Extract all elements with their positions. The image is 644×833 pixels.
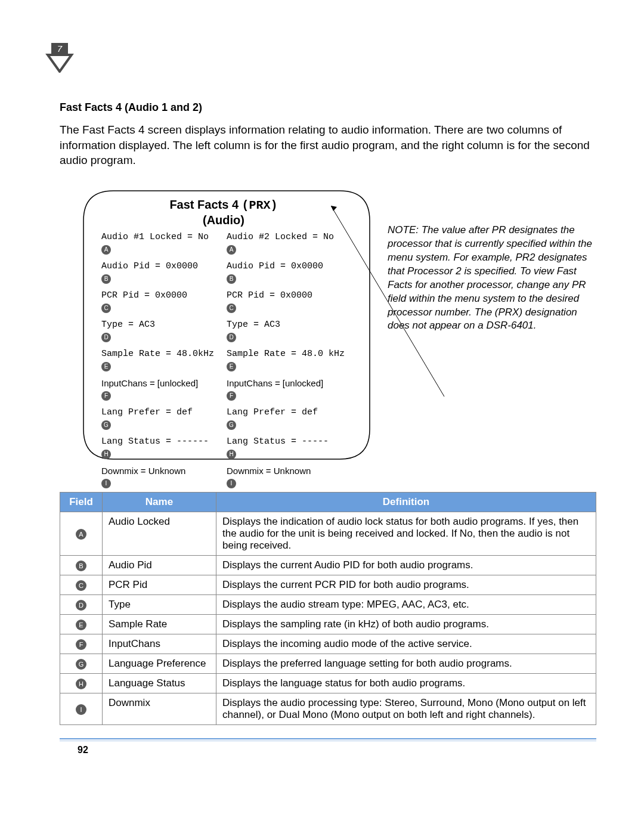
table-row: C PCR Pid Displays the current PCR PID f… — [60, 575, 596, 594]
section-title: Fast Facts 4 (Audio 1 and 2) — [60, 101, 596, 114]
audio1-sample: Sample Rate = 48.0kHz — [101, 349, 221, 359]
audio1-type: Type = AC3 — [101, 320, 221, 330]
audio1-pcr: PCR Pid = 0x0000 — [101, 290, 221, 301]
audio2-sample: Sample Rate = 48.0 kHz — [227, 349, 346, 359]
table-row: I Downmix Displays the audio processing … — [60, 693, 596, 724]
cell-marker: I — [76, 704, 86, 715]
row-name: Language Status — [103, 673, 216, 693]
marker-h: H — [101, 450, 111, 459]
table-row: F InputChans Displays the incoming audio… — [60, 634, 596, 654]
row-name: Downmix — [103, 693, 216, 724]
marker-g2: G — [227, 420, 236, 430]
audio2-langstat: Lang Status = ----- — [227, 436, 346, 447]
cell-marker: G — [76, 659, 86, 670]
audio2-locked: Audio #2 Locked = No — [227, 232, 346, 242]
audio2-type: Type = AC3 — [227, 320, 346, 330]
row-def: Displays the audio processing type: Ster… — [216, 693, 596, 724]
footer-rule — [60, 738, 596, 741]
row-name: PCR Pid — [103, 575, 216, 594]
th-def: Definition — [216, 492, 596, 512]
audio1-langpref: Lang Prefer = def — [101, 407, 221, 417]
audio-column-2: Audio #2 Locked = No A Audio Pid = 0x000… — [227, 232, 346, 495]
cell-marker: D — [76, 600, 86, 611]
table-row: D Type Displays the audio stream type: M… — [60, 594, 596, 614]
cell-marker: B — [76, 561, 86, 571]
page-number: 92 — [78, 745, 596, 755]
row-def: Displays the current PCR PID for both au… — [216, 575, 596, 594]
audio2-pid: Audio Pid = 0x0000 — [227, 261, 346, 271]
row-name: Audio Locked — [103, 512, 216, 555]
screen-inner: Fast Facts 4 (PRX) (Audio) Audio #1 Lock… — [101, 198, 346, 447]
row-name: Audio Pid — [103, 555, 216, 575]
marker-g: G — [101, 420, 111, 430]
table-row: E Sample Rate Displays the sampling rate… — [60, 614, 596, 634]
th-field: Field — [60, 492, 103, 512]
row-name: Type — [103, 594, 216, 614]
cell-marker: H — [76, 679, 86, 689]
marker-b: B — [101, 274, 111, 284]
cell-marker: E — [76, 620, 86, 630]
marker-d: D — [101, 333, 111, 342]
screen-columns: Audio #1 Locked = No A Audio Pid = 0x000… — [101, 232, 346, 495]
audio1-langstat: Lang Status = ------ — [101, 436, 221, 447]
cell-marker: F — [76, 639, 86, 650]
table-row: B Audio Pid Displays the current Audio P… — [60, 555, 596, 575]
table-row: G Language Preference Displays the prefe… — [60, 654, 596, 673]
th-name: Name — [103, 492, 216, 512]
row-name: InputChans — [103, 634, 216, 654]
row-name: Language Preference — [103, 654, 216, 673]
row-def: Displays the current Audio PID for both … — [216, 555, 596, 575]
definition-table: Field Name Definition A Audio Locked Dis… — [60, 492, 596, 725]
cell-marker: C — [76, 580, 86, 591]
row-def: Displays the preferred language setting … — [216, 654, 596, 673]
row-name: Sample Rate — [103, 614, 216, 634]
audio1-downmix: Downmix = Unknown — [101, 466, 221, 476]
marker-a: A — [101, 245, 111, 255]
audio2-input: InputChans = [unlocked] — [227, 378, 346, 388]
marker-i2: I — [227, 479, 236, 488]
row-def: Displays the indication of audio lock st… — [216, 512, 596, 555]
row-def: Displays the language status for both au… — [216, 673, 596, 693]
row-def: Displays the incoming audio mode of the … — [216, 634, 596, 654]
marker-c: C — [101, 304, 111, 313]
marker-e2: E — [227, 362, 236, 371]
chapter-number: 7 — [45, 43, 75, 58]
marker-a2: A — [227, 245, 236, 255]
marker-h2: H — [227, 450, 236, 459]
row-def: Displays the sampling rate (in kHz) of b… — [216, 614, 596, 634]
cell-marker: A — [76, 529, 86, 540]
prx-note: NOTE: The value after PR designates the … — [388, 185, 596, 333]
audio2-downmix: Downmix = Unknown — [227, 466, 346, 476]
fast-facts-title: Fast Facts 4 (PRX) — [101, 198, 346, 212]
audio2-pcr: PCR Pid = 0x0000 — [227, 290, 346, 301]
page: 7 Fast Facts 4 (Audio 1 and 2) The Fast … — [0, 0, 644, 833]
marker-f: F — [101, 391, 111, 401]
chapter-badge: 7 — [45, 43, 75, 73]
intro-paragraph: The Fast Facts 4 screen displays informa… — [60, 122, 596, 168]
audio1-pid: Audio Pid = 0x0000 — [101, 261, 221, 271]
screen-figure: Fast Facts 4 (PRX) (Audio) Audio #1 Lock… — [78, 185, 370, 465]
audio-column-1: Audio #1 Locked = No A Audio Pid = 0x000… — [101, 232, 221, 495]
title-prefix: Fast Facts 4 — [169, 198, 242, 211]
table-row: A Audio Locked Displays the indication o… — [60, 512, 596, 555]
marker-f2: F — [227, 391, 236, 401]
audio1-locked: Audio #1 Locked = No — [101, 232, 221, 242]
marker-i: I — [101, 479, 111, 488]
audio1-input: InputChans = [unlocked] — [101, 378, 221, 388]
figure-wrap: Fast Facts 4 (PRX) (Audio) Audio #1 Lock… — [60, 185, 596, 465]
marker-c2: C — [227, 304, 236, 313]
marker-d2: D — [227, 333, 236, 342]
audio2-langpref: Lang Prefer = def — [227, 407, 346, 417]
marker-e: E — [101, 362, 111, 371]
fast-facts-subtitle: (Audio) — [101, 213, 346, 227]
table-row: H Language Status Displays the language … — [60, 673, 596, 693]
title-prx: (PRX) — [242, 199, 278, 212]
marker-b2: B — [227, 274, 236, 284]
row-def: Displays the audio stream type: MPEG, AA… — [216, 594, 596, 614]
